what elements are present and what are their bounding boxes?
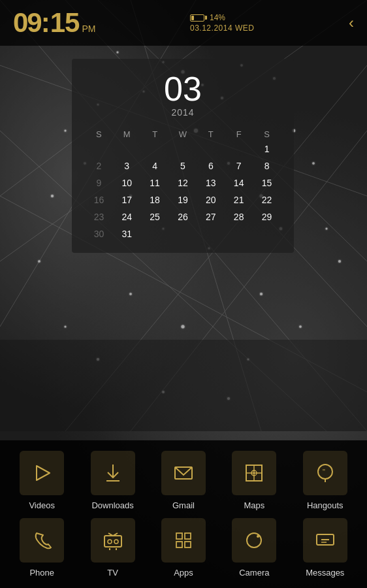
app-phone[interactable]: Phone: [12, 518, 71, 578]
gmail-icon-box: [161, 451, 206, 495]
calendar-day[interactable]: 29: [253, 208, 281, 225]
videos-label: Videos: [29, 500, 55, 510]
svg-rect-59: [104, 536, 121, 547]
time-display: 09 : 15 PM: [13, 9, 95, 37]
hangouts-icon: ": [313, 461, 337, 485]
maps-label: Maps: [244, 500, 264, 510]
calendar-week-row: 23242526272829: [85, 208, 281, 225]
calendar-day[interactable]: 23: [85, 208, 113, 225]
calendar-day[interactable]: 7: [225, 157, 253, 174]
app-hangouts[interactable]: " Hangouts: [296, 451, 355, 510]
calendar-week-row: 2345678: [85, 157, 281, 174]
calendar-day[interactable]: 12: [169, 174, 197, 191]
app-maps[interactable]: Maps: [225, 451, 283, 510]
svg-point-28: [338, 260, 341, 263]
calendar-day[interactable]: [169, 225, 197, 242]
calendar-day[interactable]: 26: [169, 208, 197, 225]
calendar-day[interactable]: [169, 140, 197, 157]
calendar-day[interactable]: 11: [141, 174, 169, 191]
camera-label: Camera: [239, 568, 269, 578]
app-camera[interactable]: Camera: [225, 518, 283, 578]
calendar-month: 03: [85, 72, 281, 106]
svg-point-23: [65, 130, 67, 132]
dock-area: Videos Downloads Gmail: [0, 440, 367, 588]
app-apps[interactable]: Apps: [154, 518, 213, 578]
calendar-day[interactable]: 3: [113, 157, 141, 174]
calendar-day[interactable]: 10: [113, 174, 141, 191]
calendar-day[interactable]: 22: [253, 191, 281, 208]
calendar-day[interactable]: 19: [169, 191, 197, 208]
svg-point-24: [312, 162, 315, 165]
calendar-week-row: 1: [85, 140, 281, 157]
app-messages[interactable]: Messages: [296, 518, 355, 578]
calendar-day[interactable]: 28: [225, 208, 253, 225]
calendar-day[interactable]: 4: [141, 157, 169, 174]
svg-point-62: [108, 540, 112, 544]
app-tv[interactable]: TV: [84, 518, 142, 578]
tv-label: TV: [107, 568, 118, 578]
calendar-day[interactable]: [85, 140, 113, 157]
status-bar: 09 : 15 PM 14% 03.12.2014 WED ‹: [0, 0, 367, 46]
time-ampm: PM: [82, 24, 95, 34]
svg-rect-65: [185, 533, 191, 539]
calendar-day[interactable]: 13: [197, 174, 225, 191]
svg-point-19: [117, 52, 119, 54]
maps-icon: [242, 461, 266, 485]
calendar-day[interactable]: [197, 140, 225, 157]
messages-label: Messages: [306, 568, 344, 578]
download-icon: [101, 461, 125, 485]
svg-point-39: [65, 326, 67, 328]
camera-icon-box: [232, 518, 276, 563]
calendar-day[interactable]: [225, 225, 253, 242]
calendar-year: 2014: [85, 107, 281, 118]
svg-point-63: [114, 540, 118, 544]
phone-icon-box: [20, 518, 64, 563]
gmail-icon: [172, 461, 195, 485]
camera-icon: [242, 529, 266, 552]
calendar-day[interactable]: 25: [141, 208, 169, 225]
calendar-day[interactable]: 20: [197, 191, 225, 208]
calendar-day[interactable]: [141, 140, 169, 157]
videos-icon-box: [20, 451, 64, 495]
messages-icon-box: [303, 518, 347, 563]
calendar-day[interactable]: 8: [253, 157, 281, 174]
calendar-day[interactable]: 31: [113, 225, 141, 242]
calendar-day[interactable]: 14: [225, 174, 253, 191]
phone-label: Phone: [29, 568, 54, 578]
apps-icon-box: [161, 518, 206, 563]
calendar-day[interactable]: [197, 225, 225, 242]
app-row-2: Phone TV: [7, 518, 360, 578]
calendar-day[interactable]: 2: [85, 157, 113, 174]
calendar-day[interactable]: 9: [85, 174, 113, 191]
play-icon: [30, 461, 54, 485]
day-header-thu: T: [197, 128, 225, 140]
time-minutes: 15: [50, 9, 80, 37]
svg-point-25: [51, 195, 54, 197]
date-display: 03.12.2014 WED: [190, 24, 254, 33]
svg-point-68: [247, 533, 261, 547]
calendar-day[interactable]: 16: [85, 191, 113, 208]
app-gmail[interactable]: Gmail: [154, 451, 213, 510]
calendar-day[interactable]: [253, 225, 281, 242]
tv-icon: [101, 529, 125, 552]
calendar-day[interactable]: 17: [113, 191, 141, 208]
calendar-day[interactable]: [141, 225, 169, 242]
calendar-body: 1234567891011121314151617181920212223242…: [85, 140, 281, 242]
calendar-day[interactable]: 18: [141, 191, 169, 208]
calendar-day[interactable]: [225, 140, 253, 157]
calendar-day[interactable]: 24: [113, 208, 141, 225]
calendar-day[interactable]: 21: [225, 191, 253, 208]
calendar-day[interactable]: 27: [197, 208, 225, 225]
calendar-day[interactable]: 1: [253, 140, 281, 157]
calendar-day[interactable]: [113, 140, 141, 157]
calendar-day[interactable]: 15: [253, 174, 281, 191]
calendar-day[interactable]: 30: [85, 225, 113, 242]
calendar-day[interactable]: 6: [197, 157, 225, 174]
app-downloads[interactable]: Downloads: [84, 451, 142, 510]
calendar-day[interactable]: 5: [169, 157, 197, 174]
day-header-mon: M: [113, 128, 141, 140]
maps-icon-box: [232, 451, 276, 495]
app-videos[interactable]: Videos: [12, 451, 71, 510]
back-button[interactable]: ‹: [349, 14, 354, 32]
svg-point-37: [129, 293, 132, 295]
